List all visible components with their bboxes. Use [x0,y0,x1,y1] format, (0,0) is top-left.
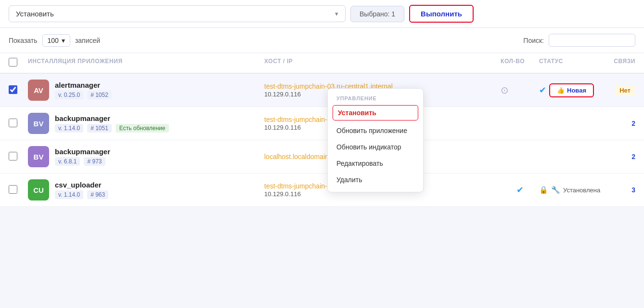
app-details-alertmanager: alertmanager v. 0.25.0 # 1052 [55,81,112,99]
install-select-label: Установить [16,10,54,18]
controls-bar: Показать 100 ▾ записей Поиск: [0,28,644,53]
app-details-csvuploader: csv_uploader v. 1.14.0 # 963 [55,181,108,199]
dropdown-menu: УПРАВЛЕНИЕ Установить Обновить приложени… [327,88,424,192]
row-checkbox-csvuploader[interactable] [9,185,17,194]
avatar-csvuploader: CU [28,179,49,201]
app-name: csv_uploader [55,181,108,189]
check-icon: ✔ [539,85,546,95]
search-label: Поиск: [523,37,544,44]
row-checkbox-col [9,152,28,162]
table-container: ИНСТАЛЛЯЦИЯ ПРИЛОЖЕНИЯ ХОСТ / IP КОЛ-ВО … [0,53,644,207]
table-row: BV backupmanager v. 6.8.1 # 973 localhos… [0,140,644,174]
new-status-button[interactable]: 👍 Новая [549,83,594,97]
header-checkbox-col [9,58,28,68]
search-input[interactable] [549,34,635,47]
links-col: 2 [597,120,635,127]
qty-col: ⊙ [501,84,539,96]
links-col: 3 [597,186,635,194]
records-label: записей [75,37,100,44]
chevron-down-icon: ▾ [335,10,338,17]
app-name: alertmanager [55,81,112,89]
row-checkbox-backupmanager2[interactable] [9,152,17,161]
dropdown-item-delete[interactable]: Удалить [328,172,423,188]
app-meta: v. 1.14.0 # 1051 Есть обновление [55,124,169,133]
qty-col: ✔ [501,185,539,195]
table-row: CU csv_uploader v. 1.14.0 # 963 test-dtm… [0,174,644,207]
version-badge: v. 0.25.0 [55,91,83,99]
header-status: СТАТУС [539,58,597,68]
show-label: Показать [9,37,38,44]
selected-badge: Выбрано: 1 [350,6,404,22]
app-details-backupmanager2: backupmanager v. 6.8.1 # 973 [55,147,110,166]
app-name: backupmanager [55,147,110,156]
execute-button[interactable]: Выполнить [409,5,474,23]
host-ip: 10.129.0.116 [264,124,301,131]
thumbs-up-icon: 👍 [557,87,565,94]
links-col: 2 [597,153,635,161]
avatar-alertmanager: AV [28,80,49,101]
app-info-csvuploader: CU csv_uploader v. 1.14.0 # 963 [28,179,264,201]
host-ip: 10.129.0.116 [264,91,301,98]
dropdown-item-update-indicator[interactable]: Обновить индикатор [328,139,423,155]
app-info-backupmanager1: BV backupmanager v. 1.14.0 # 1051 Есть о… [28,113,264,134]
version-badge: v. 1.14.0 [55,124,83,133]
header-links: СВЯЗИ [597,58,635,68]
app-meta: v. 1.14.0 # 963 [55,190,108,199]
avatar-backupmanager1: BV [28,113,49,134]
installed-label: Установлена [563,187,600,194]
id-badge: # 1051 [87,124,112,133]
id-badge: # 1052 [87,91,112,99]
dropdown-section-label: УПРАВЛЕНИЕ [328,93,423,103]
dropdown-item-update-app[interactable]: Обновить приложение [328,122,423,139]
update-badge: Есть обновление [116,124,169,133]
lock-icon: 🔒 [539,186,548,194]
row-checkbox-alertmanager[interactable] [9,85,17,94]
app-meta: v. 0.25.0 # 1052 [55,91,112,99]
app-meta: v. 6.8.1 # 973 [55,157,110,166]
header-app: ИНСТАЛЛЯЦИЯ ПРИЛОЖЕНИЯ [28,58,264,68]
row-checkbox-backupmanager1[interactable] [9,119,17,127]
records-chevron: ▾ [62,37,65,44]
status-col: ✔ 👍 Новая [539,83,597,97]
app-info-alertmanager: AV alertmanager v. 0.25.0 # 1052 [28,80,264,101]
table-row: AV alertmanager v. 0.25.0 # 1052 test-dt… [0,74,644,107]
header-qty: КОЛ-ВО [501,58,539,68]
header-host: ХОСТ / IP [264,58,501,68]
avatar-backupmanager2: BV [28,146,49,167]
id-badge: # 973 [84,157,105,166]
app-info-backupmanager2: BV backupmanager v. 6.8.1 # 973 [28,146,264,167]
table-header: ИНСТАЛЛЯЦИЯ ПРИЛОЖЕНИЯ ХОСТ / IP КОЛ-ВО … [0,53,644,74]
status-no: Нет [615,85,635,95]
table-row: BV backupmanager v. 1.14.0 # 1051 Есть о… [0,107,644,140]
wrench-icon: 🔧 [551,186,560,194]
version-badge: v. 6.8.1 [55,157,80,166]
version-badge: v. 1.14.0 [55,190,83,199]
links-count: 2 [631,153,635,161]
app-name: backupmanager [55,114,169,122]
select-all-checkbox[interactable] [9,58,17,67]
id-badge: # 963 [87,190,108,199]
status-circle-icon: ⊙ [501,85,509,95]
new-label: Новая [567,87,586,94]
dropdown-item-install[interactable]: Установить [333,105,418,121]
row-checkbox-col [9,119,28,129]
app-details-backupmanager1: backupmanager v. 1.14.0 # 1051 Есть обно… [55,114,169,133]
status-col: 🔒 🔧 Установлена [539,186,597,194]
install-select[interactable]: Установить ▾ [9,5,346,22]
records-value: 100 [48,37,59,44]
top-bar: Установить ▾ Выбрано: 1 Выполнить [0,0,644,28]
links-col: Нет [597,86,635,94]
row-checkbox-col [9,85,28,95]
records-select[interactable]: 100 ▾ [42,34,70,47]
check-icon: ✔ [516,185,524,195]
host-ip: 10.129.0.116 [264,190,301,198]
dropdown-item-edit[interactable]: Редактировать [328,155,423,172]
row-checkbox-col [9,185,28,195]
links-count: 3 [631,186,635,194]
links-count: 2 [631,120,635,127]
